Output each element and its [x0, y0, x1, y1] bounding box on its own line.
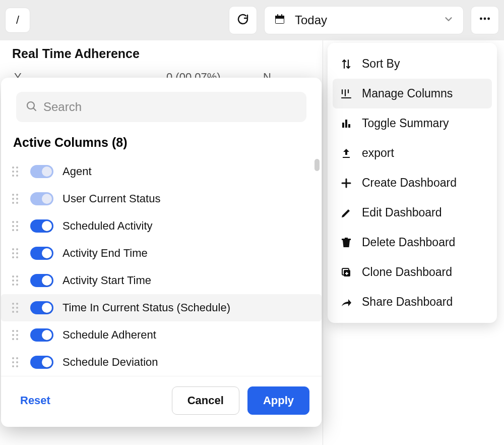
menu-item-label: Share Dashboard — [362, 295, 453, 309]
svg-point-7 — [487, 17, 490, 20]
drag-handle-icon[interactable] — [12, 330, 21, 340]
clone-icon — [340, 266, 353, 279]
breadcrumb-slash[interactable]: / — [5, 8, 30, 33]
svg-rect-13 — [345, 238, 348, 239]
menu-item-label: Delete Dashboard — [362, 236, 455, 249]
column-toggle[interactable] — [30, 356, 53, 369]
sort-icon — [340, 58, 353, 71]
date-range-label: Today — [295, 13, 434, 27]
svg-rect-10 — [348, 124, 350, 128]
svg-rect-1 — [275, 16, 284, 18]
more-horizontal-icon — [478, 12, 491, 29]
menu-item-label: Create Dashboard — [362, 176, 457, 190]
column-row: Agent — [1, 158, 322, 185]
page-title: Real Time Adherence — [12, 46, 140, 61]
active-columns-count-close: ) — [123, 135, 127, 150]
menu-item-label: Toggle Summary — [362, 117, 449, 130]
search-icon — [25, 100, 37, 114]
active-columns-header: Active Columns ( 8 ) — [1, 127, 322, 158]
menu-item-label: Sort By — [362, 57, 400, 71]
reset-button[interactable]: Reset — [13, 389, 57, 412]
svg-rect-9 — [345, 120, 347, 128]
trash-icon — [340, 236, 353, 249]
column-label: Scheduled Activity — [62, 219, 153, 233]
menu-item-export[interactable]: export — [333, 138, 492, 168]
column-label: Schedule Deviation — [62, 356, 158, 369]
refresh-button[interactable] — [229, 6, 257, 34]
column-toggle[interactable] — [30, 247, 53, 260]
cancel-button[interactable]: Cancel — [172, 386, 239, 415]
manage-columns-modal: Active Columns ( 8 ) AgentUser Current S… — [1, 78, 322, 427]
drag-handle-icon[interactable] — [12, 357, 21, 367]
menu-item-delete-dashboard[interactable]: Delete Dashboard — [333, 228, 492, 257]
drag-handle-icon[interactable] — [12, 166, 21, 177]
columns-icon — [340, 87, 353, 100]
plus-icon — [340, 177, 353, 190]
calendar-icon — [274, 13, 286, 27]
search-box[interactable] — [16, 92, 306, 122]
column-row: Scheduled Activity — [1, 212, 322, 240]
date-range-selector[interactable]: Today — [264, 6, 464, 34]
top-toolbar: / Today — [0, 0, 504, 40]
column-label: Activity End Time — [62, 247, 148, 260]
modal-footer: Reset Cancel Apply — [1, 376, 322, 427]
column-toggle[interactable] — [30, 274, 53, 287]
column-toggle — [30, 165, 53, 178]
menu-item-create-dashboard[interactable]: Create Dashboard — [333, 168, 492, 198]
svg-rect-3 — [281, 14, 282, 17]
chart-icon — [340, 117, 353, 130]
column-row: User Current Status — [1, 185, 322, 212]
active-columns-prefix: Active Columns — [13, 135, 108, 150]
column-row: Time In Current Status (Schedule) — [1, 294, 322, 321]
drag-handle-icon[interactable] — [12, 248, 21, 258]
column-row: Schedule Adherent — [1, 321, 322, 349]
drag-handle-icon[interactable] — [12, 221, 21, 231]
columns-list: AgentUser Current StatusScheduled Activi… — [1, 158, 322, 376]
svg-rect-2 — [277, 14, 278, 17]
column-label: Schedule Adherent — [62, 328, 156, 342]
menu-item-manage-columns[interactable]: Manage Columns — [333, 79, 492, 108]
column-toggle[interactable] — [30, 301, 53, 314]
active-columns-count: 8 — [116, 135, 123, 150]
column-label: User Current Status — [62, 192, 160, 205]
svg-rect-8 — [342, 123, 344, 128]
column-row: Schedule Deviation — [1, 349, 322, 376]
upload-icon — [340, 147, 353, 160]
svg-rect-11 — [343, 157, 350, 158]
menu-item-edit-dashboard[interactable]: Edit Dashboard — [333, 198, 492, 228]
drag-handle-icon[interactable] — [12, 275, 21, 286]
column-row: Activity End Time — [1, 240, 322, 267]
menu-item-clone-dashboard[interactable]: Clone Dashboard — [333, 257, 492, 287]
column-label: Activity Start Time — [62, 274, 151, 287]
menu-item-sort-by[interactable]: Sort By — [333, 49, 492, 79]
menu-item-label: Clone Dashboard — [362, 265, 452, 279]
drag-handle-icon[interactable] — [12, 194, 21, 204]
svg-rect-12 — [342, 239, 351, 240]
apply-button[interactable]: Apply — [247, 386, 309, 415]
menu-item-label: Edit Dashboard — [362, 206, 442, 219]
menu-item-label: Manage Columns — [362, 87, 453, 100]
column-toggle[interactable] — [30, 219, 53, 233]
menu-item-share-dashboard[interactable]: Share Dashboard — [333, 287, 492, 317]
column-row: Activity Start Time — [1, 267, 322, 294]
menu-item-toggle-summary[interactable]: Toggle Summary — [333, 108, 492, 138]
svg-point-6 — [484, 17, 486, 20]
refresh-icon — [237, 13, 249, 27]
search-input[interactable] — [43, 100, 297, 114]
column-toggle[interactable] — [30, 328, 53, 342]
column-label: Time In Current Status (Schedule) — [62, 301, 230, 314]
page-title-wrap: Real Time Adherence — [12, 46, 140, 61]
chevron-down-icon — [443, 14, 454, 27]
drag-handle-icon[interactable] — [12, 303, 21, 313]
more-menu-button[interactable] — [471, 6, 499, 34]
pencil-icon — [340, 206, 353, 219]
active-columns-count-open: ( — [108, 135, 116, 150]
svg-point-5 — [480, 17, 482, 20]
column-toggle — [30, 192, 53, 205]
scrollbar-thumb[interactable] — [314, 159, 320, 171]
vertical-divider — [323, 40, 323, 445]
actions-menu: Sort By Manage Columns Toggle Summary ex… — [328, 43, 497, 323]
svg-rect-4 — [276, 19, 284, 23]
menu-item-label: export — [362, 146, 394, 160]
share-icon — [340, 296, 353, 309]
